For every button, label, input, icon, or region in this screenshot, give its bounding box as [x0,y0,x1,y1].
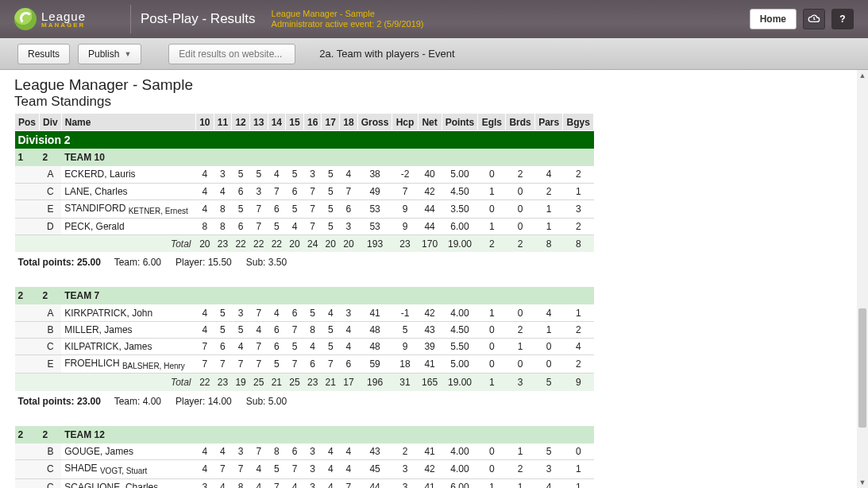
column-headers: PosDivName101112131415161718GrossHcpNetP… [15,114,594,131]
sync-button[interactable] [803,9,825,29]
col-bgys: Bgys [563,114,594,131]
app-header: League MANAGER Post-Play - Results Leagu… [0,0,868,38]
report-scroll[interactable]: League Manager - Sample Team Standings P… [0,70,857,488]
edit-on-website-button[interactable]: Edit results on website... [168,44,295,64]
app-logo: League MANAGER [14,8,121,30]
team-summary-row: Total points: 25.00 Team: 6.00Player: 15… [15,252,594,276]
help-icon: ? [839,14,845,25]
logo-subtitle: MANAGER [41,22,86,29]
publish-label: Publish [88,48,119,60]
publish-dropdown[interactable]: Publish▼ [78,44,141,64]
player-row: CLANE, Charles446376757497424.501021 [15,183,594,199]
col-net: Net [418,114,442,131]
player-row: DPECK, Gerald886754753539446.001012 [15,218,594,234]
player-row: AECKERD, Lauris43554535438-2405.000242 [15,166,594,183]
team-row: 12TEAM 10 [15,149,594,166]
chevron-down-icon: ▼ [124,50,131,58]
col-14: 14 [268,114,286,131]
event-meta: League Manager - Sample Administrator ac… [272,9,424,29]
cloud-sync-icon [808,13,820,25]
logo-title: League [41,10,86,22]
results-button[interactable]: Results [17,44,70,64]
col-13: 13 [249,114,268,131]
scroll-thumb[interactable] [858,308,866,428]
scroll-down-icon[interactable]: ▼ [857,477,868,488]
col-div: Div [40,114,62,131]
header-divider [130,5,131,33]
col-points: Points [442,114,478,131]
team-row: 22TEAM 12 [15,426,594,443]
meta-active-event: Administrator active event: 2 (5/9/2019) [272,19,424,29]
col-brds: Brds [506,114,535,131]
col-18: 18 [340,114,358,131]
col-pos: Pos [15,114,40,131]
col-11: 11 [214,114,232,131]
col-12: 12 [232,114,250,131]
logo-icon [14,8,37,30]
player-row: BMILLER, James455467854485434.500212 [15,321,594,338]
team-summary-row: Total points: 23.00 Team: 4.00Player: 14… [15,391,594,415]
col-name: Name [61,114,195,131]
player-row: ESTANDIFORD KETNER, Ernest48576575653944… [15,199,594,218]
toolbar-context: 2a. Team with players - Event [319,48,454,60]
player-row: CSCAGLIONE, Charles348474347443416.00114… [15,478,594,488]
scroll-up-icon[interactable]: ▲ [857,70,868,81]
col-pars: Pars [534,114,563,131]
report-subtitle: Team Standings [14,94,849,110]
player-row: BGOUGE, James443786344432414.000150 [15,443,594,460]
player-row: CKILPATRICK, James764765454489395.500104 [15,338,594,354]
col-hcp: Hcp [392,114,418,131]
player-row: CSHADE VOGT, Stuart477457344453424.00023… [15,460,594,478]
player-row: EFROEHLICH BALSHER, Henry777757676591841… [15,354,594,373]
standings-table: PosDivName101112131415161718GrossHcpNetP… [14,113,594,488]
home-button[interactable]: Home [750,9,797,29]
col-egls: Egls [478,114,506,131]
report-title: League Manager - Sample [14,76,849,94]
col-17: 17 [322,114,340,131]
col-16: 16 [303,114,322,131]
meta-league: League Manager - Sample [272,9,424,19]
col-gross: Gross [357,114,392,131]
col-15: 15 [286,114,304,131]
toolbar: Results Publish▼ Edit results on website… [0,38,868,70]
help-button[interactable]: ? [831,9,854,29]
team-total-row: Total2023222222202420201932317019.002288 [15,234,594,252]
col-10: 10 [195,114,214,131]
vertical-scrollbar[interactable]: ▲ ▼ [857,70,868,488]
player-row: AKIRKPATRICK, John45374654341-1424.00104… [15,304,594,321]
division-row: Division 2 [15,131,594,149]
team-row: 22TEAM 7 [15,287,594,304]
breadcrumb: Post-Play - Results [141,11,256,27]
team-total-row: Total2223192521252321171963116519.001359 [15,374,594,391]
